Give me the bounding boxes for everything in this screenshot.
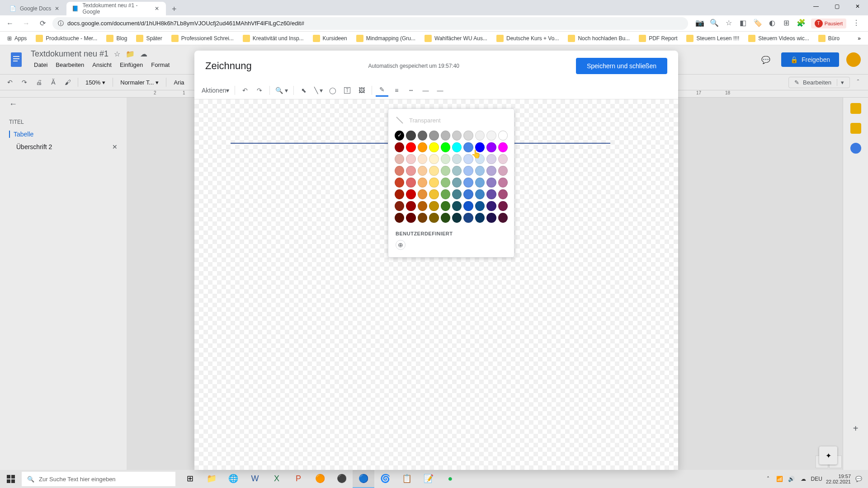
notifications-icon[interactable]: 💬 [854,475,863,483]
zoom-icon[interactable]: 🔍 [710,19,719,28]
color-swatch[interactable] [486,131,496,141]
color-swatch[interactable] [475,131,485,141]
zoom-select[interactable]: 150% ▾ [82,79,109,86]
bookmark-item[interactable]: Deutsche Kurs + Vo... [493,33,562,44]
bookmark-item[interactable]: Blog [103,33,131,44]
excel-icon[interactable]: X [266,470,288,488]
new-tab-button[interactable]: + [168,3,180,15]
color-swatch[interactable] [429,154,439,164]
bookmark-item[interactable]: Kursideen [309,33,351,44]
taskbar-search[interactable]: 🔍 Zur Suche Text hier eingeben [22,472,175,486]
color-swatch[interactable] [463,213,473,223]
color-swatch[interactable] [475,201,485,211]
minimize-button[interactable]: — [806,0,826,13]
color-swatch[interactable] [429,178,439,188]
color-swatch[interactable] [429,166,439,176]
shape-tool[interactable]: ◯ [326,84,339,97]
print-button[interactable]: 🖨 [33,76,45,89]
line-tool[interactable]: ╲ ▾ [312,84,325,97]
document-title[interactable]: Textdokument neu #1 [31,49,108,59]
volume-icon[interactable]: 🔊 [788,475,796,483]
color-swatch[interactable] [475,189,485,199]
color-swatch[interactable] [395,142,404,152]
color-swatch[interactable] [406,201,415,211]
color-swatch[interactable] [441,213,450,223]
outline-back-button[interactable]: ← [9,99,118,109]
color-swatch[interactable] [463,178,473,188]
bookmark-item[interactable]: PDF Report [635,33,681,44]
color-swatch[interactable] [395,154,404,164]
color-swatch[interactable] [429,131,439,141]
editing-mode-button[interactable]: ✎ Bearbeiten ▾ [788,77,850,88]
menu-format[interactable]: Format [148,60,173,70]
line-end-button[interactable]: — [434,84,446,97]
bookmark-item[interactable]: Steuern Lesen !!!! [683,33,743,44]
color-swatch[interactable] [406,131,415,141]
bookmark-item[interactable]: Steuern Videos wic... [745,33,813,44]
app2-icon[interactable]: 📋 [396,470,418,488]
camera-icon[interactable]: 📷 [695,19,704,28]
extensions-icon[interactable]: 🧩 [797,19,806,28]
extension-icon-4[interactable]: ⊞ [782,19,791,28]
bookmark-item[interactable]: Mindmapping (Gru... [353,33,419,44]
color-swatch[interactable] [441,131,450,141]
menu-view[interactable]: Ansicht [89,60,115,70]
color-swatch[interactable] [395,131,404,141]
extension-icon-3[interactable]: ◐ [768,19,777,28]
color-swatch[interactable] [441,178,450,188]
comments-button[interactable]: 💬 [758,52,774,68]
color-swatch[interactable] [463,142,473,152]
color-swatch[interactable] [395,166,404,176]
color-swatch[interactable] [498,178,508,188]
line-start-button[interactable]: — [419,84,432,97]
color-swatch[interactable] [406,142,415,152]
bookmark-item[interactable]: Wahlfächer WU Aus... [421,33,491,44]
color-swatch[interactable] [452,131,462,141]
color-swatch[interactable] [486,178,496,188]
undo-button[interactable]: ↶ [4,76,16,89]
color-swatch[interactable] [475,166,485,176]
add-addon-icon[interactable]: + [850,423,861,434]
move-icon[interactable]: 📁 [126,50,135,58]
extension-icon-2[interactable]: 🏷️ [753,19,762,28]
color-swatch[interactable] [441,142,450,152]
color-swatch[interactable] [441,201,450,211]
color-swatch[interactable] [418,213,427,223]
color-swatch[interactable] [418,131,427,141]
chrome-icon[interactable]: 🔵 [353,470,374,488]
reload-button[interactable]: ⟳ [36,17,49,30]
transparent-option[interactable]: Transparent [388,113,514,128]
close-tab-icon[interactable]: ✕ [155,5,160,12]
profile-status[interactable]: T Pausiert [811,19,846,28]
paint-format-button[interactable]: 🖌 [61,76,74,89]
bookmark-item[interactable]: Büro [815,33,843,44]
color-swatch[interactable] [486,142,496,152]
docs-logo[interactable] [7,51,25,69]
bookmark-item[interactable]: Später [132,33,165,44]
color-swatch[interactable] [486,189,496,199]
color-swatch[interactable] [452,166,462,176]
menu-icon[interactable]: ⋮ [852,19,861,28]
browser-tab-0[interactable]: 📄 Google Docs ✕ [4,2,66,15]
onedrive-icon[interactable]: ☁ [799,475,807,483]
outline-item-1[interactable]: Überschrift 2 ✕ [9,141,118,153]
line-weight-button[interactable]: ≡ [390,84,403,97]
apps-bookmark[interactable]: ⊞Apps [4,33,30,43]
color-swatch[interactable] [498,213,508,223]
edge-icon[interactable]: 🌐 [222,470,244,488]
color-swatch[interactable] [498,142,508,152]
powerpoint-icon[interactable]: P [288,470,309,488]
font-select[interactable]: Aria [170,79,188,86]
color-swatch[interactable] [441,154,450,164]
color-swatch[interactable] [452,154,462,164]
color-swatch[interactable] [418,178,427,188]
notepad-icon[interactable]: 📝 [418,470,439,488]
add-custom-color-button[interactable]: ⊕ [396,240,406,250]
textbox-tool[interactable]: 🅃 [341,84,354,97]
save-and-close-button[interactable]: Speichern und schließen [576,58,667,74]
star-icon[interactable]: ☆ [114,50,120,58]
redo-button[interactable]: ↷ [253,84,266,97]
color-swatch[interactable] [486,166,496,176]
menu-insert[interactable]: Einfügen [117,60,146,70]
color-swatch[interactable] [418,166,427,176]
